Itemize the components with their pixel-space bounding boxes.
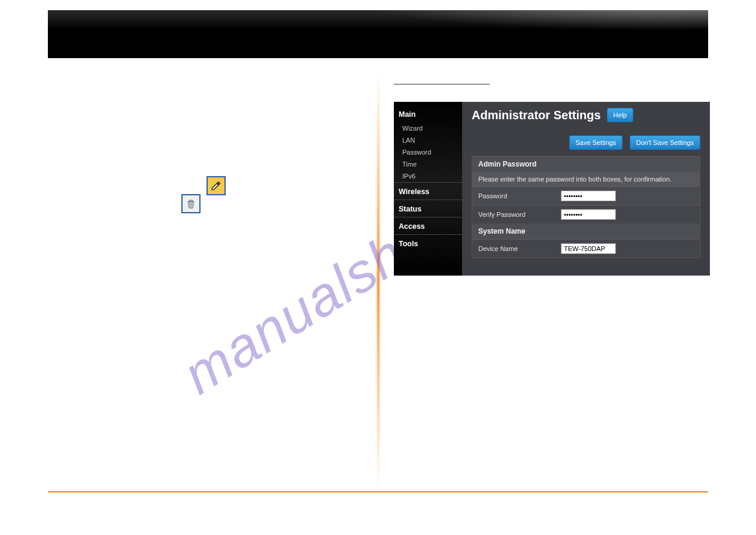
sidebar-section-main[interactable]: Main bbox=[394, 105, 462, 122]
trash-icon bbox=[181, 194, 201, 213]
help-button[interactable]: Help bbox=[607, 108, 634, 122]
admin-content: Administrator Settings Help Save Setting… bbox=[462, 102, 710, 276]
admin-password-note: Please enter the same password into both… bbox=[472, 172, 700, 186]
sidebar-section-tools[interactable]: Tools bbox=[394, 234, 462, 252]
system-name-header: System Name bbox=[472, 223, 700, 239]
admin-password-header: Admin Password bbox=[472, 156, 700, 172]
device-name-label: Device Name bbox=[472, 240, 556, 257]
center-divider bbox=[377, 72, 379, 491]
admin-title: Administrator Settings bbox=[472, 108, 601, 122]
admin-settings-panel: Main Wizard LAN Password Time IPv6 Wirel… bbox=[394, 102, 710, 276]
page-header-banner bbox=[48, 10, 708, 58]
footer-rule bbox=[48, 491, 708, 492]
sidebar-section-status[interactable]: Status bbox=[394, 200, 462, 217]
sidebar-item-ipv6[interactable]: IPv6 bbox=[394, 170, 462, 182]
verify-password-input[interactable] bbox=[561, 209, 616, 220]
edit-icon bbox=[207, 176, 226, 195]
admin-password-block: Admin Password Please enter the same pas… bbox=[472, 156, 700, 258]
verify-password-label: Verify Password bbox=[472, 206, 556, 223]
sidebar-item-time[interactable]: Time bbox=[394, 158, 462, 170]
save-settings-button[interactable]: Save Settings bbox=[569, 135, 623, 150]
device-name-input[interactable] bbox=[561, 243, 616, 254]
dont-save-settings-button[interactable]: Don't Save Settings bbox=[630, 135, 700, 150]
sidebar-item-password[interactable]: Password bbox=[394, 146, 462, 158]
sidebar-item-lan[interactable]: LAN bbox=[394, 134, 462, 146]
admin-sidebar: Main Wizard LAN Password Time IPv6 Wirel… bbox=[394, 102, 462, 276]
sidebar-section-access[interactable]: Access bbox=[394, 217, 462, 234]
password-input[interactable] bbox=[561, 191, 616, 201]
sidebar-item-wizard[interactable]: Wizard bbox=[394, 122, 462, 134]
password-label: Password bbox=[472, 188, 556, 204]
sidebar-section-wireless[interactable]: Wireless bbox=[394, 182, 462, 200]
nav-path bbox=[394, 72, 490, 84]
